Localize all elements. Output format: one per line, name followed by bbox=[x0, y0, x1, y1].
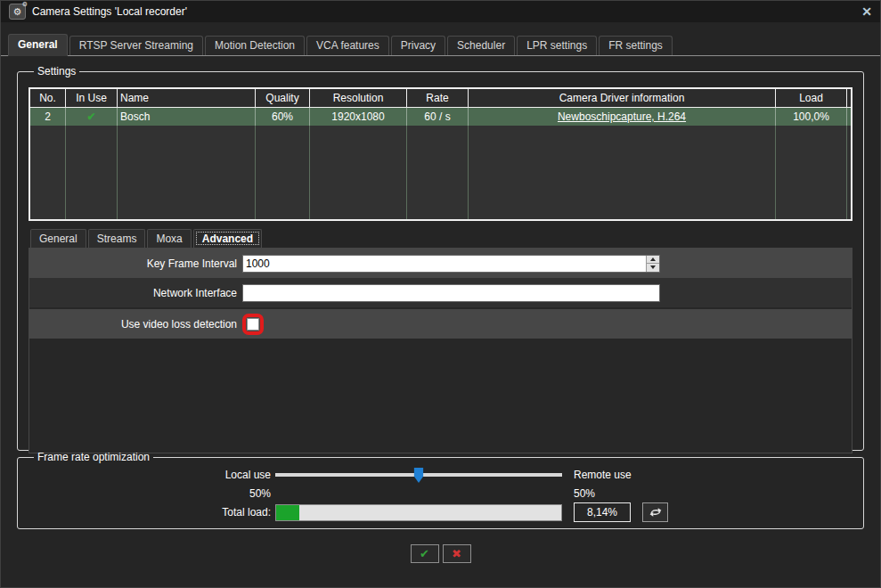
total-load-progressbar bbox=[275, 504, 562, 521]
remote-use-label: Remote use bbox=[562, 465, 852, 485]
key-frame-interval-row: Key Frame Interval bbox=[29, 249, 852, 278]
network-interface-label: Network Interface bbox=[29, 287, 237, 299]
col-header-filler bbox=[847, 89, 851, 107]
subtab-general[interactable]: General bbox=[30, 229, 86, 248]
cancel-x-icon: ✖ bbox=[452, 548, 461, 559]
ok-check-icon: ✔ bbox=[420, 548, 429, 559]
table-empty-area bbox=[30, 126, 851, 219]
camera-settings-dialog: ⚙ ⚙ Camera Settings 'Local recorder' ✕ G… bbox=[0, 0, 881, 588]
frame-rate-group-label: Frame rate optimization bbox=[34, 451, 153, 463]
col-header-rate[interactable]: Rate bbox=[407, 89, 469, 107]
col-header-in-use[interactable]: In Use bbox=[66, 89, 118, 107]
col-header-no[interactable]: No. bbox=[30, 89, 66, 107]
settings-group: Settings No. In Use Name Quality Resolut… bbox=[17, 65, 864, 451]
remote-use-value: 50% bbox=[562, 485, 852, 502]
tab-rtsp-server-streaming[interactable]: RTSP Server Streaming bbox=[69, 36, 203, 55]
cell-no: 2 bbox=[30, 108, 66, 126]
video-loss-label: Use video loss detection bbox=[29, 318, 237, 331]
advanced-panel: Key Frame Interval Network Interface Use… bbox=[29, 248, 852, 453]
tab-fr-settings[interactable]: FR settings bbox=[599, 36, 673, 55]
local-use-value: 50% bbox=[29, 485, 271, 502]
refresh-icon bbox=[648, 507, 664, 518]
red-highlight-annotation bbox=[242, 314, 264, 335]
frame-rate-group: Frame rate optimization Local use Remote… bbox=[17, 451, 864, 529]
tab-vca-features[interactable]: VCA features bbox=[306, 36, 389, 55]
total-load-fill bbox=[276, 505, 299, 520]
tab-motion-detection[interactable]: Motion Detection bbox=[205, 36, 305, 55]
subtab-moxa[interactable]: Moxa bbox=[147, 229, 191, 248]
dialog-footer: ✔ ✖ bbox=[17, 544, 864, 563]
tab-scheduler[interactable]: Scheduler bbox=[447, 36, 515, 55]
table-row[interactable]: 2 ✔ Bosch 60% 1920x1080 60 / s Newboschi… bbox=[30, 108, 851, 126]
spin-down-icon[interactable] bbox=[647, 264, 659, 272]
cell-quality: 60% bbox=[256, 108, 310, 126]
cell-load: 100,0% bbox=[776, 108, 847, 126]
network-interface-input[interactable] bbox=[242, 284, 660, 302]
camera-table-header: No. In Use Name Quality Resolution Rate … bbox=[30, 89, 851, 108]
gear-icon: ⚙ ⚙ bbox=[9, 4, 26, 20]
settings-group-label: Settings bbox=[34, 65, 79, 78]
check-icon: ✔ bbox=[66, 108, 118, 126]
cancel-button[interactable]: ✖ bbox=[443, 544, 471, 563]
col-header-quality[interactable]: Quality bbox=[256, 89, 310, 107]
main-tab-strip: General RTSP Server Streaming Motion Det… bbox=[1, 22, 880, 56]
tab-privacy[interactable]: Privacy bbox=[391, 36, 445, 55]
subtab-advanced[interactable]: Advanced bbox=[193, 229, 262, 248]
spin-up-icon[interactable] bbox=[647, 256, 659, 265]
key-frame-interval-field bbox=[242, 255, 660, 273]
tab-general[interactable]: General bbox=[8, 34, 68, 56]
key-frame-interval-input[interactable] bbox=[243, 256, 646, 272]
cell-filler bbox=[847, 108, 851, 126]
video-loss-row: Use video loss detection bbox=[29, 309, 852, 339]
driver-link[interactable]: Newboschipcapture, H.264 bbox=[558, 110, 686, 123]
total-load-label: Total load: bbox=[29, 502, 271, 522]
network-interface-row: Network Interface bbox=[29, 278, 852, 307]
refresh-button[interactable] bbox=[642, 502, 668, 522]
tab-lpr-settings[interactable]: LPR settings bbox=[517, 36, 597, 55]
total-load-value: 8,14% bbox=[574, 502, 631, 522]
video-loss-checkbox[interactable] bbox=[247, 318, 259, 331]
slider-thumb[interactable] bbox=[414, 468, 424, 483]
frame-rate-slider[interactable] bbox=[275, 466, 562, 484]
col-header-driver[interactable]: Camera Driver information bbox=[469, 89, 776, 107]
close-icon[interactable]: ✕ bbox=[861, 5, 872, 18]
subtab-streams[interactable]: Streams bbox=[88, 229, 146, 248]
window-title: Camera Settings 'Local recorder' bbox=[32, 5, 187, 18]
key-frame-interval-label: Key Frame Interval bbox=[29, 257, 237, 270]
cell-driver: Newboschipcapture, H.264 bbox=[469, 108, 776, 126]
tab-page-general: Settings No. In Use Name Quality Resolut… bbox=[1, 56, 880, 563]
camera-sub-tab-strip: General Streams Moxa Advanced bbox=[29, 229, 852, 248]
key-frame-interval-stepper bbox=[646, 256, 659, 272]
title-bar: ⚙ ⚙ Camera Settings 'Local recorder' ✕ bbox=[1, 1, 880, 22]
local-use-label: Local use bbox=[29, 465, 271, 485]
col-header-load[interactable]: Load bbox=[776, 89, 847, 107]
col-header-name[interactable]: Name bbox=[118, 89, 256, 107]
col-header-resolution[interactable]: Resolution bbox=[310, 89, 407, 107]
camera-table: No. In Use Name Quality Resolution Rate … bbox=[29, 87, 852, 221]
cell-resolution: 1920x1080 bbox=[310, 108, 407, 126]
cell-rate: 60 / s bbox=[407, 108, 469, 126]
cell-name: Bosch bbox=[118, 108, 256, 126]
ok-button[interactable]: ✔ bbox=[411, 544, 439, 563]
